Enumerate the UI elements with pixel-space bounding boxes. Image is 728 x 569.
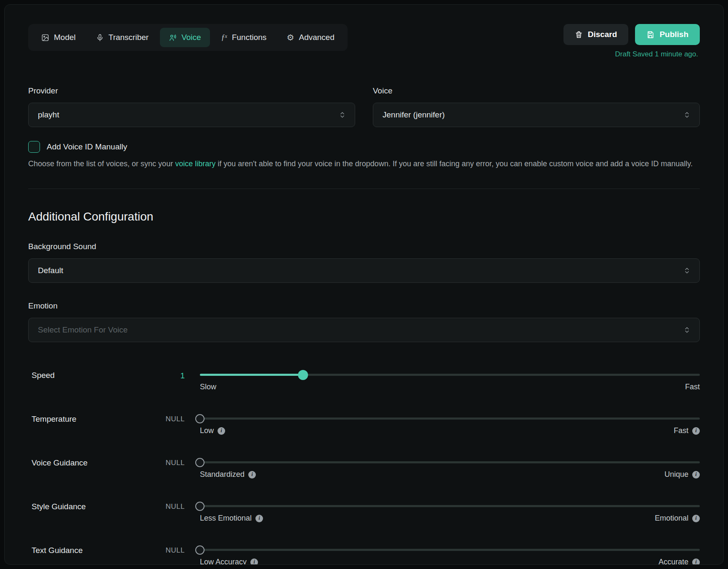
- speed-label: Speed: [32, 370, 137, 391]
- top-bar: Model Transcriber Voice ƒx Functions ⚙: [28, 24, 700, 58]
- info-icon[interactable]: i: [692, 471, 700, 479]
- voice-select[interactable]: Jennifer (jennifer): [373, 103, 700, 127]
- save-icon: [646, 31, 654, 39]
- style-guidance-value: NULL: [152, 501, 185, 523]
- provider-voice-row: Provider playht Voice Jennifer (jennifer…: [28, 86, 700, 127]
- publish-button[interactable]: Publish: [635, 24, 700, 45]
- tab-bar: Model Transcriber Voice ƒx Functions ⚙: [28, 24, 348, 51]
- tab-advanced[interactable]: ⚙ Advanced: [278, 28, 343, 47]
- voice-field: Voice Jennifer (jennifer): [373, 86, 700, 127]
- info-icon[interactable]: i: [255, 515, 263, 522]
- tab-label: Advanced: [299, 33, 335, 42]
- temperature-slider-track[interactable]: [200, 417, 700, 420]
- discard-label: Discard: [588, 30, 617, 39]
- tab-label: Transcriber: [109, 33, 149, 42]
- publish-label: Publish: [659, 30, 688, 39]
- emotion-label: Emotion: [28, 301, 700, 311]
- voice-guidance-slider-track[interactable]: [200, 461, 700, 463]
- text-guidance-label: Text Guidance: [32, 545, 137, 565]
- speed-slider-handle[interactable]: [298, 370, 308, 380]
- style-guidance-max-label: Emotional: [655, 514, 688, 523]
- temperature-slider-handle[interactable]: [195, 414, 205, 423]
- temperature-label: Temperature: [32, 414, 137, 435]
- provider-label: Provider: [28, 86, 355, 96]
- voice-guidance-value: NULL: [152, 457, 185, 479]
- tab-label: Functions: [232, 33, 266, 42]
- top-actions: Discard Publish Draft Saved 1 minute ago…: [563, 24, 700, 58]
- chevron-updown-icon: [684, 327, 690, 333]
- voice-id-helper-text: Choose from the list of voices, or sync …: [28, 158, 700, 169]
- tab-label: Voice: [181, 33, 201, 42]
- info-icon[interactable]: i: [218, 427, 225, 435]
- voice-sliders: Speed 1 Slow Fast Temperature NULL: [28, 370, 700, 565]
- slider-row-voice-guidance: Voice Guidance NULL Standardizedi Unique…: [28, 457, 700, 479]
- slider-row-style-guidance: Style Guidance NULL Less Emotionali Emot…: [28, 501, 700, 523]
- speed-min-label: Slow: [200, 383, 216, 391]
- speed-max-label: Fast: [685, 383, 700, 391]
- style-guidance-label: Style Guidance: [32, 501, 137, 523]
- info-icon[interactable]: i: [248, 471, 256, 479]
- background-sound-field: Background Sound Default: [28, 242, 700, 283]
- slider-row-temperature: Temperature NULL Lowi Fasti: [28, 414, 700, 435]
- temperature-max-label: Fast: [674, 426, 688, 435]
- provider-select-value: playht: [38, 110, 59, 120]
- info-icon[interactable]: i: [692, 427, 700, 435]
- speed-value: 1: [152, 370, 185, 391]
- voice-icon: [169, 34, 177, 42]
- voice-settings-panel: Model Transcriber Voice ƒx Functions ⚙: [4, 4, 724, 565]
- slider-row-text-guidance: Text Guidance NULL Low Accuracyi Accurat…: [28, 545, 700, 565]
- text-guidance-slider-handle[interactable]: [195, 545, 205, 555]
- draft-saved-status: Draft Saved 1 minute ago.: [615, 50, 700, 58]
- tab-voice[interactable]: Voice: [160, 28, 210, 47]
- style-guidance-min-label: Less Emotional: [200, 514, 252, 523]
- background-sound-value: Default: [38, 266, 63, 275]
- discard-button[interactable]: Discard: [563, 24, 629, 45]
- speed-slider-fill: [200, 374, 303, 376]
- speed-slider-track[interactable]: [200, 374, 700, 376]
- section-divider: [28, 189, 700, 189]
- voice-library-link[interactable]: voice library: [175, 160, 215, 168]
- voice-guidance-min-label: Standardized: [200, 470, 244, 479]
- add-voice-id-checkbox[interactable]: [28, 141, 40, 153]
- style-guidance-slider-handle[interactable]: [195, 502, 205, 511]
- info-icon[interactable]: i: [692, 515, 700, 522]
- tab-label: Model: [54, 33, 76, 42]
- add-voice-id-row: Add Voice ID Manually: [28, 141, 700, 153]
- helper-text-post: if you aren't able to find your voice in…: [218, 160, 693, 168]
- voice-guidance-slider-handle[interactable]: [195, 458, 205, 467]
- chevron-updown-icon: [684, 267, 690, 274]
- temperature-min-label: Low: [200, 426, 214, 435]
- helper-text-pre: Choose from the list of voices, or sync …: [28, 160, 173, 168]
- emotion-placeholder: Select Emotion For Voice: [38, 325, 128, 335]
- emotion-field: Emotion Select Emotion For Voice: [28, 301, 700, 342]
- info-icon[interactable]: i: [692, 558, 700, 565]
- text-guidance-max-label: Accurate: [659, 558, 688, 565]
- emotion-select[interactable]: Select Emotion For Voice: [28, 318, 700, 342]
- tab-transcriber[interactable]: Transcriber: [87, 28, 157, 47]
- info-icon[interactable]: i: [250, 558, 258, 565]
- add-voice-id-label: Add Voice ID Manually: [47, 142, 127, 152]
- text-guidance-slider-track[interactable]: [200, 549, 700, 551]
- gear-icon: ⚙: [287, 33, 294, 42]
- temperature-value: NULL: [152, 414, 185, 435]
- voice-label: Voice: [373, 86, 700, 96]
- provider-select[interactable]: playht: [28, 103, 355, 127]
- functions-icon: ƒx: [221, 33, 227, 42]
- voice-select-value: Jennifer (jennifer): [383, 110, 445, 120]
- chevron-updown-icon: [684, 112, 690, 118]
- background-sound-label: Background Sound: [28, 242, 700, 251]
- model-icon: [41, 34, 49, 42]
- voice-guidance-max-label: Unique: [664, 470, 688, 479]
- tab-functions[interactable]: ƒx Functions: [213, 28, 276, 47]
- transcriber-icon: [96, 34, 104, 42]
- background-sound-select[interactable]: Default: [28, 258, 700, 283]
- text-guidance-value: NULL: [152, 545, 185, 565]
- additional-configuration-heading: Additional Configuration: [28, 210, 700, 223]
- voice-guidance-label: Voice Guidance: [32, 457, 137, 479]
- tab-model[interactable]: Model: [32, 28, 85, 47]
- chevron-updown-icon: [339, 112, 345, 118]
- slider-row-speed: Speed 1 Slow Fast: [28, 370, 700, 391]
- style-guidance-slider-track[interactable]: [200, 505, 700, 507]
- trash-icon: [575, 31, 583, 39]
- text-guidance-min-label: Low Accuracy: [200, 558, 247, 565]
